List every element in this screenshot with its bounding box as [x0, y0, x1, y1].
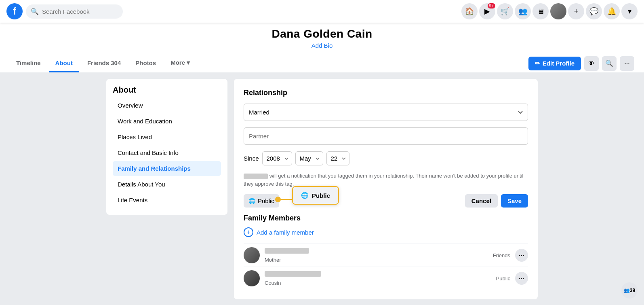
sidebar-item-overview[interactable]: Overview — [113, 98, 221, 113]
privacy-button[interactable]: 🌐 Public — [244, 194, 279, 208]
member-privacy-2: Public — [496, 275, 510, 282]
profile-name-row: Dana Golden Cain Add Bio — [0, 23, 644, 54]
blurred-name — [244, 174, 268, 179]
tab-friends[interactable]: Friends 304 — [81, 55, 127, 72]
year-select[interactable]: 2008 — [262, 151, 292, 165]
edit-icon: ✏ — [535, 60, 540, 67]
profile-area: Dana Golden Cain Add Bio Timeline About … — [0, 23, 644, 72]
view-as-button[interactable]: 👁 — [584, 56, 599, 71]
member-more-button-1[interactable]: ··· — [515, 249, 528, 262]
member-privacy-1: Friends — [493, 252, 510, 258]
add-family-icon: + — [244, 227, 253, 237]
top-nav: f 🔍 🏠 ▶ 9+ 🛒 👥 🖥 + 💬 🔔 ▾ — [0, 0, 644, 23]
edit-profile-label: Edit Profile — [543, 60, 575, 67]
sidebar: About Overview Work and Education Places… — [106, 79, 227, 215]
sidebar-item-family-relationships[interactable]: Family and Relationships — [113, 161, 221, 176]
member-name-1 — [265, 248, 309, 254]
member-more-button-2[interactable]: ··· — [515, 272, 528, 285]
more-options-button[interactable]: ··· — [620, 56, 634, 71]
search-profile-button[interactable]: 🔍 — [602, 56, 617, 71]
member-relation-1: Mother — [265, 257, 488, 263]
notification-body: will get a notification that you tagged … — [244, 173, 523, 187]
member-info-1: Mother — [265, 248, 488, 263]
tab-more[interactable]: More ▾ — [164, 54, 196, 72]
tab-timeline[interactable]: Timeline — [10, 55, 47, 72]
privacy-label: Public — [258, 197, 274, 204]
gaming-icon: 🖥 — [537, 7, 544, 16]
sidebar-item-details-about[interactable]: Details About You — [113, 177, 221, 192]
video-button[interactable]: ▶ 9+ — [479, 3, 495, 19]
privacy-row-container: 🌐 Public 🌐 Public Cancel Save — [244, 194, 528, 208]
family-section-title: Family Members — [244, 214, 528, 222]
search-input[interactable] — [42, 8, 118, 15]
facebook-logo[interactable]: f — [6, 3, 23, 19]
sidebar-item-contact-basic[interactable]: Contact and Basic Info — [113, 145, 221, 160]
add-bio-link[interactable]: Add Bio — [0, 42, 644, 49]
tooltip-label: Public — [312, 192, 330, 199]
save-button[interactable]: Save — [501, 194, 528, 208]
relationship-status-select[interactable]: Married — [244, 104, 528, 121]
content-panel: Relationship Married Since 2008 May 22 w… — [234, 79, 538, 299]
partner-group — [244, 127, 528, 145]
tooltip-globe-icon: 🌐 — [301, 192, 309, 199]
day-select[interactable]: 22 — [326, 151, 349, 165]
add-family-label: Add a family member — [257, 229, 314, 236]
gaming-button[interactable]: 🖥 — [532, 3, 549, 19]
edit-profile-button[interactable]: ✏ Edit Profile — [528, 57, 581, 70]
groups-button[interactable]: 👥 — [515, 3, 531, 19]
public-tooltip: 🌐 Public — [292, 186, 339, 205]
main-content: About Overview Work and Education Places… — [100, 79, 544, 299]
marketplace-icon: 🛒 — [501, 7, 509, 16]
member-info-2: Cousin — [265, 271, 491, 286]
bell-icon: 🔔 — [607, 7, 616, 16]
since-label: Since — [244, 155, 259, 162]
ellipsis-icon: ··· — [624, 60, 629, 67]
messenger-button[interactable]: 💬 — [586, 3, 602, 19]
member-right-1: Friends ··· — [493, 249, 528, 262]
tab-actions: ✏ Edit Profile 👁 🔍 ··· — [528, 56, 634, 71]
home-icon: 🏠 — [465, 7, 474, 16]
member-name-2 — [265, 271, 321, 277]
search-profile-icon: 🔍 — [605, 59, 613, 67]
partner-input[interactable] — [244, 127, 528, 145]
messenger-icon: 💬 — [589, 7, 598, 16]
member-relation-2: Cousin — [265, 280, 491, 286]
search-bar[interactable]: 🔍 — [26, 4, 123, 19]
month-select[interactable]: May — [295, 151, 323, 165]
member-avatar-2 — [244, 270, 260, 286]
eye-icon: 👁 — [588, 60, 595, 67]
cancel-button[interactable]: Cancel — [465, 194, 498, 208]
friends-online-count: 39 — [630, 288, 635, 293]
home-button[interactable]: 🏠 — [461, 3, 478, 19]
marketplace-button[interactable]: 🛒 — [497, 3, 513, 19]
profile-tabs: Timeline About Friends 304 Photos More ▾… — [0, 54, 644, 72]
profile-name: Dana Golden Cain — [0, 28, 644, 40]
notifications-button[interactable]: 🔔 — [604, 3, 620, 19]
nav-icons: 🏠 ▶ 9+ 🛒 👥 🖥 + 💬 🔔 ▾ — [461, 3, 638, 19]
search-icon: 🔍 — [31, 8, 39, 15]
action-row: 🌐 Public 🌐 Public Cancel Save — [244, 194, 528, 208]
relationship-section-title: Relationship — [244, 89, 528, 97]
plus-icon: + — [574, 7, 579, 16]
friends-online-badge[interactable]: 👥 39 — [621, 282, 638, 299]
member-avatar-1 — [244, 247, 260, 263]
connector-dot — [275, 197, 281, 202]
tab-photos[interactable]: Photos — [129, 55, 162, 72]
add-family-button[interactable]: + Add a family member — [244, 227, 314, 237]
friends-online-icon: 👥 — [624, 288, 630, 293]
sidebar-item-places-lived[interactable]: Places Lived — [113, 129, 221, 144]
save-cancel-group: Cancel Save — [465, 194, 528, 208]
family-member-2: Cousin Public ··· — [244, 267, 528, 290]
family-member: Mother Friends ··· — [244, 244, 528, 267]
sidebar-item-work-education[interactable]: Work and Education — [113, 114, 221, 129]
sidebar-item-life-events[interactable]: Life Events — [113, 193, 221, 208]
sidebar-title: About — [113, 85, 221, 95]
relationship-status-group: Married — [244, 104, 528, 121]
since-row: Since 2008 May 22 — [244, 151, 528, 165]
caret-down-icon: ▾ — [628, 7, 631, 16]
member-right-2: Public ··· — [496, 272, 528, 285]
tab-about[interactable]: About — [49, 55, 79, 72]
account-menu-button[interactable]: ▾ — [621, 3, 638, 19]
user-avatar[interactable] — [550, 3, 566, 19]
add-button[interactable]: + — [568, 3, 584, 19]
